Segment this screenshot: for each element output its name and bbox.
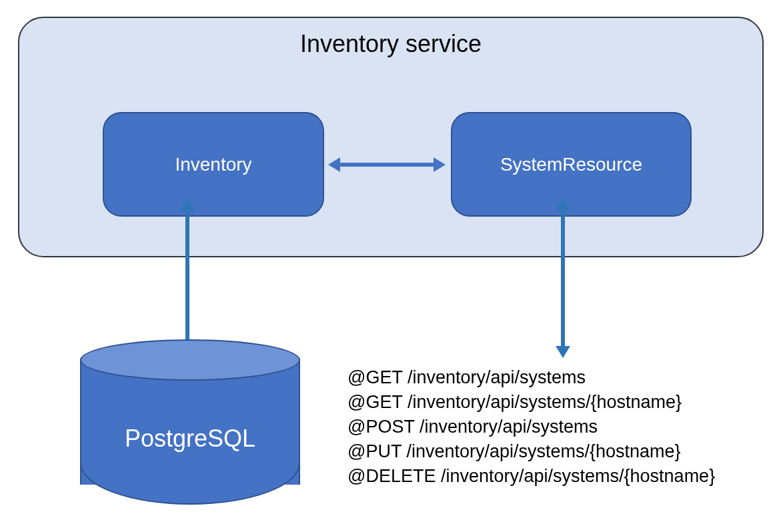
- inventory-box: Inventory: [103, 112, 324, 217]
- api-endpoint-list: @GET /inventory/api/systems @GET /invent…: [347, 365, 715, 489]
- api-endpoint: @GET /inventory/api/systems: [347, 365, 715, 390]
- database-label: PostgreSQL: [80, 425, 300, 453]
- arrow-line: [337, 163, 436, 167]
- api-endpoint: @POST /inventory/api/systems: [347, 415, 715, 439]
- inventory-box-label: Inventory: [175, 154, 251, 175]
- api-endpoint: @PUT /inventory/api/systems/{hostname}: [347, 439, 715, 464]
- api-endpoint: @GET /inventory/api/systems/{hostname}: [347, 390, 715, 415]
- systemresource-box-label: SystemResource: [500, 154, 642, 175]
- arrow-down-icon: [556, 346, 570, 358]
- arrow-inventory-database: [180, 199, 195, 358]
- arrow-systemresource-api: [556, 199, 570, 358]
- arrow-right-icon: [434, 157, 446, 172]
- cylinder-bottom: [80, 463, 300, 505]
- api-endpoint: @DELETE /inventory/api/systems/{hostname…: [347, 464, 715, 489]
- arrow-line: [561, 208, 565, 349]
- service-container: Inventory service Inventory SystemResour…: [18, 17, 764, 257]
- arrow-inventory-systemresource: [328, 157, 446, 172]
- cylinder-top: [80, 339, 300, 381]
- database-cylinder: PostgreSQL: [80, 339, 300, 499]
- arrow-line: [185, 208, 189, 349]
- service-title: Inventory service: [300, 30, 482, 58]
- systemresource-box: SystemResource: [451, 112, 692, 217]
